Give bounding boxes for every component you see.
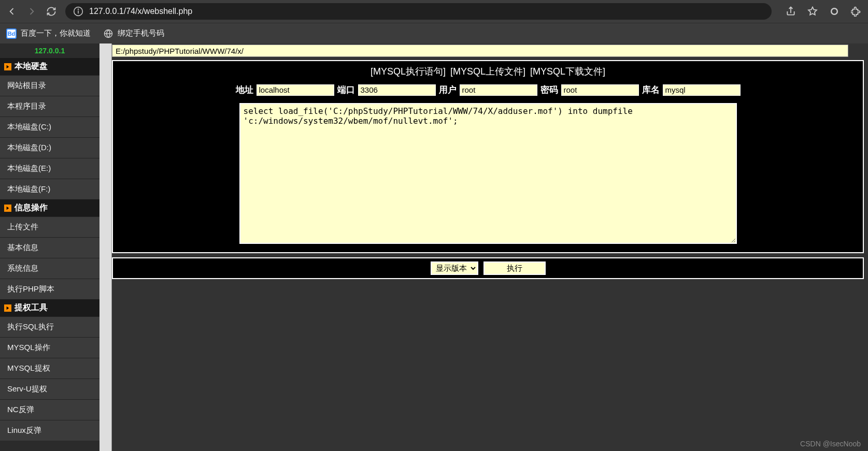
share-icon[interactable]	[785, 6, 796, 17]
page-body: 127.0.0.1 本地硬盘 网站根目录 本程序目录 本地磁盘(C:) 本地磁盘…	[0, 43, 868, 451]
bookmark-label: 绑定手机号码	[118, 28, 164, 38]
star-icon[interactable]	[807, 6, 818, 17]
sidebar-item-disk-d[interactable]: 本地磁盘(D:)	[0, 137, 99, 158]
arrow-icon	[4, 205, 11, 212]
svg-point-2	[78, 9, 79, 9]
sql-area-wrap	[116, 98, 860, 249]
sidebar-item-servu[interactable]: Serv-U提权	[0, 379, 99, 399]
addr-label: 地址	[236, 84, 253, 96]
bookmark-label: 百度一下，你就知道	[21, 28, 91, 38]
sidebar-item-upload[interactable]: 上传文件	[0, 216, 99, 237]
circle-icon[interactable]	[829, 6, 840, 17]
bookmarks-bar: Bd 百度一下，你就知道 绑定手机号码	[0, 23, 868, 43]
sidebar-header-priv[interactable]: 提权工具	[0, 299, 99, 316]
link-mysql-download[interactable]: [MYSQL下载文件]	[530, 66, 605, 77]
sidebar-item-nc[interactable]: NC反弹	[0, 399, 99, 420]
pass-input[interactable]	[561, 84, 639, 96]
action-select[interactable]: 显示版本	[431, 261, 478, 275]
sidebar-item-linux[interactable]: Linux反弹	[0, 420, 99, 441]
addr-input[interactable]	[257, 84, 334, 96]
port-input[interactable]	[358, 84, 436, 96]
port-label: 端口	[337, 84, 355, 96]
sidebar-item-disk-c[interactable]: 本地磁盘(C:)	[0, 117, 99, 137]
sidebar-header-label: 本地硬盘	[15, 61, 48, 72]
sidebar-host: 127.0.0.1	[0, 43, 99, 58]
user-input[interactable]	[460, 84, 537, 96]
sidebar-header-disks[interactable]: 本地硬盘	[0, 58, 99, 75]
connection-fields: 地址 端口 用户 密码 库名	[116, 80, 860, 98]
puzzle-icon[interactable]	[850, 6, 862, 17]
address-bar[interactable]: 127.0.0.1/74/x/webshell.php	[65, 3, 772, 20]
pass-label: 密码	[540, 84, 558, 96]
sidebar-item-phpexec[interactable]: 执行PHP脚本	[0, 279, 99, 299]
db-label: 库名	[642, 84, 660, 96]
back-icon[interactable]	[6, 6, 18, 17]
sidebar: 127.0.0.1 本地硬盘 网站根目录 本程序目录 本地磁盘(C:) 本地磁盘…	[0, 43, 99, 451]
bookmark-bind-phone[interactable]: 绑定手机号码	[103, 28, 164, 39]
globe-icon	[103, 28, 113, 39]
user-label: 用户	[439, 84, 457, 96]
sidebar-header-label: 信息操作	[15, 202, 48, 213]
sidebar-item-disk-f[interactable]: 本地磁盘(F:)	[0, 179, 99, 199]
watermark: CSDN @IsecNoob	[800, 440, 861, 448]
path-input[interactable]	[112, 45, 848, 57]
forward-icon[interactable]	[26, 6, 37, 17]
link-mysql-upload[interactable]: [MYSQL上传文件]	[450, 66, 525, 77]
browser-right-icons	[785, 6, 862, 17]
sql-textarea[interactable]	[239, 103, 737, 244]
info-icon	[73, 6, 84, 17]
action-panel: 显示版本 执行	[112, 257, 864, 279]
arrow-icon	[4, 304, 11, 312]
svg-point-3	[831, 8, 837, 14]
main-panel: [MYSQL执行语句] [MYSQL上传文件] [MYSQL下载文件] 地址 端…	[112, 43, 868, 451]
sidebar-item-sysinfo[interactable]: 系统信息	[0, 258, 99, 279]
execute-button[interactable]: 执行	[483, 261, 546, 275]
link-mysql-exec[interactable]: [MYSQL执行语句]	[371, 66, 446, 77]
sidebar-item-sqlexec[interactable]: 执行SQL执行	[0, 316, 99, 337]
sidebar-item-disk-e[interactable]: 本地磁盘(E:)	[0, 158, 99, 179]
content-area: [MYSQL执行语句] [MYSQL上传文件] [MYSQL下载文件] 地址 端…	[99, 43, 868, 451]
sidebar-item-basicinfo[interactable]: 基本信息	[0, 237, 99, 258]
db-input[interactable]	[663, 84, 741, 96]
mysql-link-row: [MYSQL执行语句] [MYSQL上传文件] [MYSQL下载文件]	[116, 63, 860, 80]
sidebar-header-info[interactable]: 信息操作	[0, 199, 99, 216]
sidebar-item-mysqlpriv[interactable]: MYSQL提权	[0, 358, 99, 379]
sidebar-item-webroot[interactable]: 网站根目录	[0, 75, 99, 96]
sidebar-item-mysqlop[interactable]: MYSQL操作	[0, 337, 99, 358]
mysql-panel: [MYSQL执行语句] [MYSQL上传文件] [MYSQL下载文件] 地址 端…	[112, 60, 864, 253]
baidu-icon: Bd	[6, 28, 17, 39]
browser-toolbar: 127.0.0.1/74/x/webshell.php	[0, 0, 868, 23]
sidebar-header-label: 提权工具	[15, 302, 48, 313]
bookmark-baidu[interactable]: Bd 百度一下，你就知道	[6, 28, 91, 39]
sidebar-item-appdir[interactable]: 本程序目录	[0, 96, 99, 117]
scroll-gutter[interactable]	[99, 43, 112, 451]
url-text: 127.0.0.1/74/x/webshell.php	[89, 7, 192, 16]
arrow-icon	[4, 63, 11, 70]
reload-icon[interactable]	[46, 6, 57, 17]
